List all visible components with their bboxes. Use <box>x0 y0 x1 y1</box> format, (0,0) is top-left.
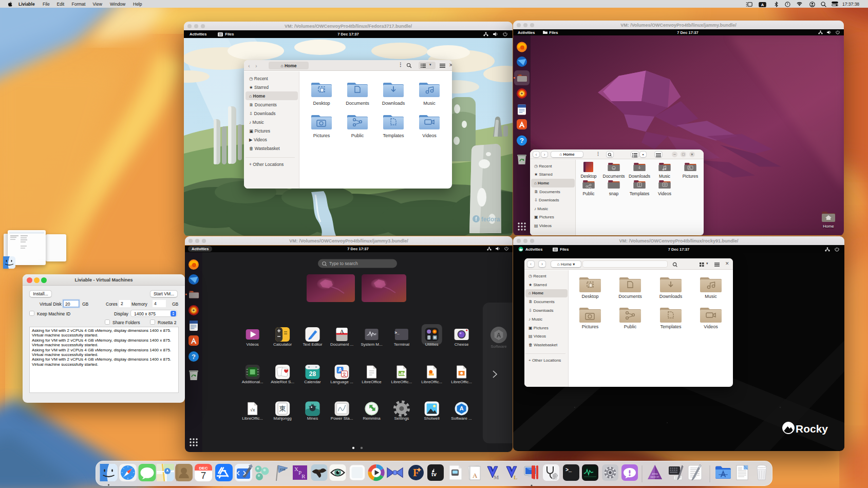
svg-text:Public: Public <box>582 191 595 196</box>
svg-text:東: 東 <box>279 405 286 412</box>
svg-text:X: X <box>294 466 298 472</box>
svg-text:Templates: Templates <box>383 133 404 138</box>
svg-text:Downloads: Downloads <box>629 174 650 179</box>
svg-text:LibreOffice: LibreOffice <box>362 380 382 384</box>
svg-text:Pictures: Pictures <box>313 133 330 138</box>
svg-text:Videos: Videos <box>704 324 718 329</box>
svg-text:R: R <box>301 473 306 479</box>
svg-text:Desktop: Desktop <box>580 174 596 179</box>
svg-text:Public: Public <box>351 133 364 138</box>
svg-text:Documents: Documents <box>618 294 642 299</box>
svg-text:?: ? <box>520 137 524 144</box>
svg-text:Power Sta...: Power Sta... <box>331 416 353 421</box>
svg-text:System M...: System M... <box>361 342 382 347</box>
svg-text:Document ...: Document ... <box>330 342 353 347</box>
svg-text:Downloads: Downloads <box>382 101 405 106</box>
svg-text:28: 28 <box>309 370 316 378</box>
svg-text:Downloads: Downloads <box>659 294 683 299</box>
svg-text:ESR: ESR <box>279 468 286 471</box>
svg-text:7: 7 <box>201 470 206 481</box>
svg-text:Music: Music <box>423 101 436 106</box>
svg-text:snap: snap <box>609 191 619 196</box>
svg-text:>_: >_ <box>394 330 400 335</box>
svg-text:LibreOffic...: LibreOffic... <box>242 416 263 421</box>
svg-text:A: A <box>761 3 764 7</box>
svg-text:Rocky: Rocky <box>796 423 828 435</box>
svg-text:Software: Software <box>490 344 507 349</box>
svg-text:Additional...: Additional... <box>242 380 263 384</box>
svg-text:Utilities: Utilities <box>425 342 439 347</box>
svg-text:LibreOffic...: LibreOffic... <box>421 380 442 384</box>
svg-text:Documents: Documents <box>603 174 625 179</box>
svg-text:Type to search: Type to search <box>329 261 358 266</box>
svg-text:M: M <box>494 474 499 480</box>
svg-text:Documents: Documents <box>346 101 369 106</box>
svg-text:Desktop: Desktop <box>313 101 330 106</box>
svg-text:A: A <box>340 328 344 334</box>
svg-text:LibreOffic...: LibreOffic... <box>391 380 412 384</box>
svg-text:Calendar: Calendar <box>304 380 321 384</box>
svg-text:>_: >_ <box>565 467 572 473</box>
svg-text:Calculator: Calculator <box>273 342 292 347</box>
svg-text:Templates: Templates <box>630 191 650 196</box>
svg-text:LibreOffic...: LibreOffic... <box>451 380 472 384</box>
svg-text:Shotwell: Shotwell <box>424 416 440 421</box>
svg-text:AisleRiot S...: AisleRiot S... <box>271 380 294 384</box>
svg-text:?: ? <box>192 352 196 360</box>
svg-text:L: L <box>514 474 517 480</box>
svg-text:tv: tv <box>431 471 437 477</box>
svg-text:Public: Public <box>624 324 637 329</box>
svg-text:Pictures: Pictures <box>582 324 599 329</box>
svg-text:Videos: Videos <box>422 133 437 138</box>
svg-text:Pictures: Pictures <box>683 174 699 179</box>
svg-text:A: A <box>460 405 464 411</box>
svg-text:AREA: AREA <box>652 473 658 475</box>
svg-text:Terminal: Terminal <box>394 342 409 347</box>
svg-text:fedora: fedora <box>481 216 500 223</box>
svg-text:BASE HT: BASE HT <box>650 476 659 478</box>
svg-text:文: 文 <box>342 372 347 377</box>
svg-text:Software ...: Software ... <box>451 416 471 421</box>
svg-text:Cheese: Cheese <box>455 342 469 347</box>
svg-text:√x: √x <box>250 407 255 412</box>
svg-text:Language ...: Language ... <box>330 380 353 384</box>
svg-text:Music: Music <box>659 174 671 179</box>
svg-text:A: A <box>473 472 478 479</box>
svg-text:A: A <box>497 332 501 339</box>
svg-text:Mines: Mines <box>307 416 318 421</box>
svg-text:Settings: Settings <box>394 416 409 421</box>
svg-text:F: F <box>413 467 419 478</box>
svg-text:Text Editor: Text Editor <box>303 342 323 347</box>
svg-text:Mahjongg: Mahjongg <box>274 416 292 421</box>
svg-text:Remmina: Remmina <box>363 416 381 421</box>
svg-text:Videos: Videos <box>247 342 259 347</box>
svg-text:Desktop: Desktop <box>581 294 598 299</box>
svg-text:Videos: Videos <box>658 191 671 196</box>
svg-text:Music: Music <box>705 294 717 299</box>
svg-text:Templates: Templates <box>660 324 682 329</box>
